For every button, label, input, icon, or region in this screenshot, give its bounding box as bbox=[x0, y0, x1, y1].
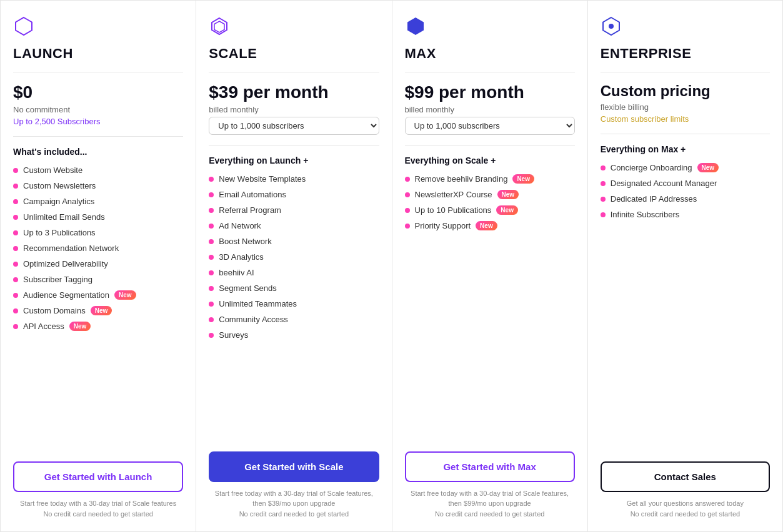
bullet-icon bbox=[209, 255, 214, 260]
feature-text: Unlimited Email Sends bbox=[23, 212, 105, 222]
bullet-icon bbox=[13, 230, 18, 235]
plan-card-scale: SCALE$39 per monthbilled monthlyUp to 1,… bbox=[196, 0, 391, 532]
list-item: Custom Newsletters bbox=[13, 181, 183, 190]
launch-cta-button[interactable]: Get Started with Launch bbox=[13, 461, 183, 492]
max-cta-subtext: Start free today with a 30-day trial of … bbox=[405, 488, 575, 520]
scale-features-header: Everything on Launch + bbox=[209, 155, 379, 165]
list-item: Up to 10 PublicationsNew bbox=[405, 205, 575, 215]
scale-features-list: New Website TemplatesEmail AutomationsRe… bbox=[209, 174, 379, 439]
launch-price: $0 bbox=[13, 82, 183, 102]
feature-text: Custom Newsletters bbox=[23, 181, 96, 190]
launch-name: LAUNCH bbox=[13, 46, 183, 62]
bullet-icon bbox=[13, 324, 18, 329]
scale-divider-2 bbox=[209, 145, 379, 145]
launch-divider-2 bbox=[13, 136, 183, 137]
max-features-header: Everything on Scale + bbox=[405, 155, 575, 165]
feature-text: Email Automations bbox=[219, 190, 286, 199]
enterprise-cta-section: Contact SalesGet all your questions answ… bbox=[601, 461, 770, 519]
feature-text: Remove beehiiv Branding bbox=[415, 174, 508, 184]
list-item: Referral Program bbox=[209, 205, 379, 215]
bullet-icon bbox=[601, 212, 606, 217]
launch-divider-1 bbox=[13, 72, 183, 72]
feature-text: Surveys bbox=[219, 330, 248, 340]
list-item: Optimized Deliverability bbox=[13, 259, 183, 268]
enterprise-divider-1 bbox=[601, 72, 770, 72]
list-item: Segment Sends bbox=[209, 283, 379, 293]
bullet-icon bbox=[13, 277, 18, 282]
feature-text: 3D Analytics bbox=[219, 252, 264, 262]
feature-text: API Access bbox=[23, 322, 64, 331]
max-features-list: Remove beehiiv BrandingNewNewsletterXP C… bbox=[405, 174, 575, 439]
list-item: Community Access bbox=[209, 315, 379, 324]
max-commitment: billed monthly bbox=[405, 105, 575, 114]
bullet-icon bbox=[209, 192, 214, 197]
bullet-icon bbox=[13, 215, 18, 220]
new-badge: New bbox=[69, 322, 91, 331]
max-divider-1 bbox=[405, 72, 575, 72]
list-item: Infinite Subscribers bbox=[601, 210, 770, 219]
list-item: Recommendation Network bbox=[13, 244, 183, 253]
list-item: NewsletterXP CourseNew bbox=[405, 190, 575, 199]
scale-cta-section: Get Started with ScaleStart free today w… bbox=[209, 451, 379, 520]
feature-text: Boost Network bbox=[219, 237, 272, 246]
bullet-icon bbox=[209, 333, 214, 338]
launch-cta-subtext: Start free today with a 30-day trial of … bbox=[13, 498, 183, 519]
new-badge: New bbox=[91, 306, 112, 315]
scale-cta-subtext: Start free today with a 30-day trial of … bbox=[209, 488, 379, 520]
list-item: Remove beehiiv BrandingNew bbox=[405, 174, 575, 184]
enterprise-cta-button[interactable]: Contact Sales bbox=[601, 461, 770, 492]
bullet-icon bbox=[13, 293, 18, 298]
feature-text: Priority Support bbox=[415, 221, 471, 230]
max-cta-button[interactable]: Get Started with Max bbox=[405, 451, 575, 482]
bullet-icon bbox=[13, 308, 18, 313]
svg-point-0 bbox=[609, 24, 614, 29]
list-item: Unlimited Email Sends bbox=[13, 212, 183, 222]
bullet-icon bbox=[405, 192, 410, 197]
scale-price: $39 per month bbox=[209, 82, 379, 102]
list-item: Campaign Analytics bbox=[13, 197, 183, 206]
feature-text: Custom Website bbox=[23, 165, 82, 175]
max-subscribers-select[interactable]: Up to 1,000 subscribers bbox=[405, 117, 575, 135]
enterprise-icon bbox=[601, 16, 770, 39]
bullet-icon bbox=[405, 224, 410, 229]
feature-text: Up to 10 Publications bbox=[415, 205, 492, 215]
list-item: Surveys bbox=[209, 330, 379, 340]
bullet-icon bbox=[601, 181, 606, 186]
feature-text: Dedicated IP Addresses bbox=[611, 194, 697, 204]
feature-text: New Website Templates bbox=[219, 174, 306, 184]
scale-cta-button[interactable]: Get Started with Scale bbox=[209, 451, 379, 482]
bullet-icon bbox=[13, 199, 18, 204]
bullet-icon bbox=[13, 168, 18, 173]
launch-features-list: Custom WebsiteCustom NewslettersCampaign… bbox=[13, 165, 183, 449]
enterprise-price: Custom pricing bbox=[601, 82, 770, 100]
list-item: beehiiv AI bbox=[209, 268, 379, 277]
bullet-icon bbox=[209, 177, 214, 182]
bullet-icon bbox=[209, 286, 214, 291]
launch-features-header: What's included... bbox=[13, 147, 183, 157]
max-name: MAX bbox=[405, 46, 575, 62]
plan-card-max: MAX$99 per monthbilled monthlyUp to 1,00… bbox=[392, 0, 587, 532]
list-item: 3D Analytics bbox=[209, 252, 379, 262]
scale-commitment: billed monthly bbox=[209, 105, 379, 114]
bullet-icon bbox=[209, 317, 214, 322]
scale-divider-1 bbox=[209, 72, 379, 72]
launch-subscribers: Up to 2,500 Subscribers bbox=[13, 117, 183, 126]
launch-commitment: No commitment bbox=[13, 105, 183, 114]
plan-card-enterprise: ENTERPRISECustom pricingflexible billing… bbox=[587, 0, 783, 532]
feature-text: Concierge Onboarding bbox=[611, 163, 692, 172]
max-cta-section: Get Started with MaxStart free today wit… bbox=[405, 451, 575, 520]
list-item: Priority SupportNew bbox=[405, 221, 575, 230]
new-badge: New bbox=[697, 163, 719, 172]
max-icon bbox=[405, 16, 575, 39]
scale-subscribers-select[interactable]: Up to 1,000 subscribers bbox=[209, 117, 379, 135]
new-badge: New bbox=[497, 190, 519, 199]
bullet-icon bbox=[13, 184, 18, 189]
bullet-icon bbox=[601, 197, 606, 202]
list-item: New Website Templates bbox=[209, 174, 379, 184]
plan-card-launch: LAUNCH$0No commitmentUp to 2,500 Subscri… bbox=[0, 0, 196, 532]
list-item: Designated Account Manager bbox=[601, 179, 770, 188]
pricing-grid: LAUNCH$0No commitmentUp to 2,500 Subscri… bbox=[0, 0, 783, 532]
bullet-icon bbox=[601, 165, 606, 170]
feature-text: Unlimited Teammates bbox=[219, 299, 297, 308]
new-badge: New bbox=[114, 290, 136, 300]
